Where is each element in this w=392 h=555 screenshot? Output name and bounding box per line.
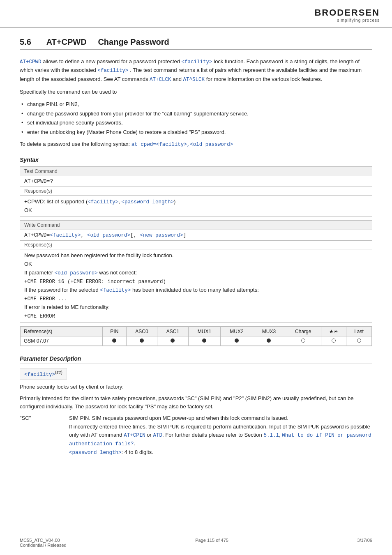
section-ref: 5.1.1 <box>263 433 279 438</box>
dot-filled-mux2 <box>235 339 239 343</box>
main-content: 5.6 AT+CPWD Change Password AT+CPWD allo… <box>0 28 392 474</box>
param-desc1: Phone security locks set by client or fa… <box>20 383 372 391</box>
write-command-code: AT+CPWD=<facility>, <old password>[, <ne… <box>20 230 372 241</box>
footer-doc-id: MC55_ATC_V04.00 <box>20 538 67 543</box>
page-header: BRODERSEN simplifying process <box>0 0 392 28</box>
ref-col-star: ★☀ <box>321 327 346 336</box>
dot-filled-asc1 <box>171 339 175 343</box>
ref-dot-mux1 <box>188 336 221 345</box>
ref-col-pin: PIN <box>103 327 127 336</box>
write-response-label: Response(s) <box>20 241 372 249</box>
section-heading: 5.6 AT+CPWD Change Password <box>20 37 372 50</box>
dot-filled-mux1 <box>202 339 206 343</box>
ref-dot-last <box>346 336 372 345</box>
list-item: change PIN1 or PIN2, <box>20 100 372 108</box>
reference-table-wrapper: Reference(s) PIN ASC0 ASC1 MUX1 MUX2 MUX… <box>20 326 372 346</box>
ref-col-header-label: Reference(s) <box>21 327 103 336</box>
write-resp-line7: +CME ERROR <box>24 313 55 319</box>
password-length-ref: <password length> <box>69 450 122 456</box>
page-footer: MC55_ATC_V04.00 Confidential / Released … <box>0 535 392 548</box>
write-response-content: New password has been registered for the… <box>20 249 372 322</box>
param-sc-val: SIM PIN. SIM requests password upon ME p… <box>69 414 372 457</box>
ref-dot-asc0 <box>126 336 157 345</box>
section-title: AT+CPWD <box>46 37 87 46</box>
ref-dot-mux2 <box>221 336 253 345</box>
ref-col-charge: Charge <box>285 327 321 336</box>
write-command-label: Write Command <box>20 221 372 230</box>
param-sc-key: "SC" <box>20 414 69 457</box>
section-subtitle: Change Password <box>98 37 169 46</box>
ref-dot-mux3 <box>253 336 285 345</box>
delete-syntax-para: To delete a password use the following s… <box>20 140 372 149</box>
test-ok: OK <box>24 207 32 213</box>
dot-empty-star <box>332 339 336 343</box>
ref-dot-asc1 <box>157 336 188 345</box>
specifically-text: Specifically the command can be used to <box>20 88 372 96</box>
ref-col-last: Last <box>346 327 372 336</box>
bullet-list: change PIN1 or PIN2, change the password… <box>20 100 372 136</box>
dot-filled-mux3 <box>267 339 271 343</box>
facility-ref2: <facility> <box>97 68 128 74</box>
list-item: enter the unblocking key (Master Phone C… <box>20 128 372 136</box>
atcpwd-ref: AT+CPWD <box>20 59 42 65</box>
write-resp-line6: If error is related to ME functionality: <box>24 304 110 310</box>
dot-empty-charge <box>301 339 305 343</box>
dot-empty-last <box>357 339 361 343</box>
logo-subtext: simplifying process <box>337 18 380 23</box>
test-response-label: Response(s) <box>20 187 372 196</box>
footer-page: Page 115 of 475 <box>195 538 228 548</box>
test-command-label: Test Command <box>20 167 372 176</box>
ref-value: GSM 07.07 <box>21 336 103 345</box>
ref-col-mux3: MUX3 <box>253 327 285 336</box>
atclck-ref: AT+CLCK <box>150 77 171 83</box>
reference-table: Reference(s) PIN ASC0 ASC1 MUX1 MUX2 MUX… <box>20 327 372 346</box>
param-desc-heading: Parameter Description <box>20 355 372 364</box>
footer-date: 3/17/06 <box>357 538 372 548</box>
ref-col-asc1: ASC1 <box>157 327 188 336</box>
footer-left: MC55_ATC_V04.00 Confidential / Released <box>20 538 67 548</box>
write-resp-line3: +CME ERROR 16 (+CME ERROR: incorrect pas… <box>24 279 166 285</box>
param-sc-row: "SC" SIM PIN. SIM requests password upon… <box>20 414 372 457</box>
ref-dot-pin <box>103 336 127 345</box>
ref-dot-star <box>321 336 346 345</box>
list-item: set individual phone security passwords, <box>20 119 372 127</box>
write-resp-line1: New password has been registered for the… <box>24 252 173 258</box>
dot-filled-pin <box>112 339 116 343</box>
ref-col-asc0: ASC0 <box>126 327 157 336</box>
at-cpin-ref: AT+CPIN <box>124 433 145 438</box>
test-response-content: +CPWD: list of supported (<facility>, <p… <box>20 196 372 217</box>
logo: BRODERSEN simplifying process <box>314 7 380 23</box>
atslck-ref: AT^SLCK <box>183 77 205 83</box>
write-resp-line5: +CME ERROR ... <box>24 296 67 302</box>
ref-col-mux2: MUX2 <box>221 327 253 336</box>
sc-val-line1: SIM PIN. SIM requests password upon ME p… <box>69 415 288 421</box>
test-command-block: Test Command AT+CPWD=? Response(s) +CPWD… <box>20 166 372 217</box>
footer-status: Confidential / Released <box>20 543 67 548</box>
syntax-heading: Syntax <box>20 157 372 163</box>
ref-dot-charge <box>285 336 321 345</box>
intro-paragraph: AT+CPWD allows to define a new password … <box>20 58 372 84</box>
logo-text: BRODERSEN <box>314 7 380 18</box>
list-item: change the password supplied from your p… <box>20 110 372 118</box>
ref-col-mux1: MUX1 <box>188 327 221 336</box>
write-resp-ok: OK <box>24 261 32 267</box>
write-command-block: Write Command AT+CPWD=<facility>, <old p… <box>20 220 372 322</box>
test-command-code: AT+CPWD=? <box>20 176 372 187</box>
param-label: <facility>(str) <box>20 368 67 380</box>
param-label-superscript: (str) <box>55 370 62 375</box>
param-desc2: Primarily intended for the client to tak… <box>20 394 372 411</box>
atd-ref: ATD <box>153 433 163 438</box>
facility-ref1: <facility> <box>182 59 212 65</box>
delete-syntax-code: at+cpwd=<facility>,<old password> <box>131 142 233 147</box>
section-number: 5.6 <box>20 37 31 46</box>
dot-filled-asc0 <box>140 339 144 343</box>
